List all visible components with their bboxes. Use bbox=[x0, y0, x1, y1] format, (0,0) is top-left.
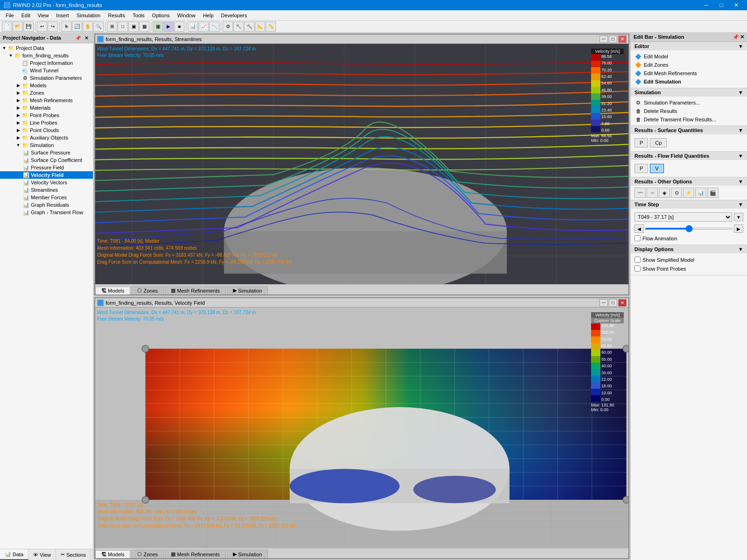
vp1-tab-models[interactable]: 🏗 Models bbox=[95, 287, 130, 294]
toolbar-extra5[interactable]: 📏 bbox=[266, 21, 276, 32]
vp2-tab-models[interactable]: 🏗 Models bbox=[95, 550, 130, 558]
timestep-prev-btn[interactable]: ◀ bbox=[634, 224, 644, 233]
vp1-tab-meshrefs[interactable]: ▦ Mesh Refinements bbox=[165, 286, 226, 294]
tab-data[interactable]: 📊 Data bbox=[0, 549, 28, 560]
menu-help[interactable]: Help bbox=[199, 12, 218, 19]
other-icon-2[interactable]: → bbox=[647, 188, 658, 198]
toolbar-select[interactable]: 🖱 bbox=[61, 21, 71, 32]
vp2-maximize[interactable]: □ bbox=[609, 299, 617, 307]
toolbar-results1[interactable]: 📊 bbox=[188, 21, 198, 32]
menu-developers[interactable]: Developers bbox=[217, 12, 251, 19]
show-simplified-checkbox[interactable] bbox=[634, 257, 641, 263]
timestep-dropdown-btn[interactable]: ▼ bbox=[734, 213, 743, 221]
rp-close-icon[interactable]: ✕ bbox=[740, 34, 744, 40]
rp-edit-zones[interactable]: 🔶 Edit Zones bbox=[634, 61, 743, 69]
rp-edit-model[interactable]: 🔷 Edit Model bbox=[634, 52, 743, 61]
tree-toggle-lp[interactable]: ▶ bbox=[15, 120, 21, 125]
menu-view[interactable]: View bbox=[34, 12, 53, 19]
surface-cp-button[interactable]: Cp bbox=[650, 138, 667, 147]
toolbar-extra2[interactable]: 🔧 bbox=[233, 21, 244, 32]
maximize-button[interactable]: □ bbox=[714, 0, 728, 10]
menu-options[interactable]: Options bbox=[148, 12, 174, 19]
tree-item-graphtrans[interactable]: 📊 Graph - Transient Flow bbox=[0, 209, 93, 216]
other-icon-5[interactable]: ⚡ bbox=[683, 188, 694, 198]
close-button[interactable]: ✕ bbox=[729, 0, 743, 10]
tree-item-pointprobes[interactable]: ▶ 📁 Point Probes bbox=[0, 112, 93, 119]
vp2-tab-meshrefs[interactable]: ▦ Mesh Refinements bbox=[165, 550, 226, 558]
toolbar-save[interactable]: 💾 bbox=[23, 21, 34, 32]
surface-p-button[interactable]: P bbox=[634, 138, 648, 147]
vp1-maximize[interactable]: □ bbox=[609, 35, 617, 43]
tree-item-zones[interactable]: ▶ 📁 Zones bbox=[0, 89, 93, 97]
rp-edit-mesh[interactable]: 🔷 Edit Mesh Refinements bbox=[634, 69, 743, 77]
vp2-close[interactable]: ✕ bbox=[618, 299, 627, 307]
flowfield-v-button[interactable]: V bbox=[650, 164, 663, 173]
toolbar-new[interactable]: 📄 bbox=[2, 21, 12, 32]
timestep-select[interactable]: T049 - 37.17 [s] bbox=[634, 212, 732, 222]
toolbar-view3[interactable]: ▦ bbox=[139, 21, 149, 32]
toolbar-rotate[interactable]: 🔄 bbox=[72, 21, 82, 32]
toolbar-zoom[interactable]: 🔍 bbox=[93, 21, 104, 32]
tree-item-velfield[interactable]: 📊 Velocity Field bbox=[0, 171, 93, 179]
menu-simulation[interactable]: Simulation bbox=[73, 12, 104, 19]
toolbar-extra3[interactable]: 🔨 bbox=[244, 21, 254, 32]
toolbar-run[interactable]: ▶ bbox=[163, 21, 174, 32]
menu-tools[interactable]: Tools bbox=[129, 12, 148, 19]
panel-close-icon[interactable]: ✕ bbox=[83, 34, 90, 42]
tree-item-materials[interactable]: ▶ 📁 Materials bbox=[0, 104, 93, 112]
rp-flowfield-header[interactable]: Results - Flow Field Quantities ▼ bbox=[631, 152, 747, 160]
other-icon-3[interactable]: ◈ bbox=[659, 188, 670, 198]
rp-surface-header[interactable]: Results - Surface Quantities ▼ bbox=[631, 126, 747, 134]
tab-view[interactable]: 👁 View bbox=[28, 549, 56, 560]
tree-item-simparam[interactable]: ⚙ Simulation Parameters bbox=[0, 74, 93, 82]
menu-window[interactable]: Window bbox=[174, 12, 199, 19]
toolbar-extra4[interactable]: 📐 bbox=[255, 21, 265, 32]
tree-item-sim[interactable]: ▼ 📁 Simulation bbox=[0, 141, 93, 149]
toolbar-extra1[interactable]: ⚙ bbox=[223, 21, 233, 32]
rp-sim-params[interactable]: ⚙ Simulation Parameters... bbox=[634, 98, 743, 107]
vp2-minimize[interactable]: ─ bbox=[599, 299, 608, 307]
tree-item-projinfo[interactable]: 📋 Project Information bbox=[0, 59, 93, 67]
tree-item-graphresid[interactable]: 📊 Graph Residuals bbox=[0, 201, 93, 209]
rp-sim-header[interactable]: Simulation ▼ bbox=[631, 88, 747, 97]
menu-insert[interactable]: Insert bbox=[52, 12, 73, 19]
other-icon-4[interactable]: ⊙ bbox=[671, 188, 682, 198]
tree-item-auxobj[interactable]: ▶ 📁 Auxiliary Objects bbox=[0, 134, 93, 141]
toolbar-results3[interactable]: 📉 bbox=[209, 21, 219, 32]
rp-delete-transient[interactable]: 🗑 Delete Transient Flow Results... bbox=[634, 115, 743, 124]
minimize-button[interactable]: ─ bbox=[699, 0, 713, 10]
timestep-slider[interactable] bbox=[645, 228, 733, 230]
tree-root[interactable]: ▼ 📁 Project Data bbox=[0, 44, 93, 52]
tree-item-windtunnel[interactable]: 💨 Wind Tunnel bbox=[0, 67, 93, 74]
toolbar-mesh[interactable]: ▦ bbox=[153, 21, 163, 32]
flowfield-p-button[interactable]: P bbox=[634, 164, 648, 173]
tree-item-streamlines[interactable]: 📊 Streamlines bbox=[0, 186, 93, 194]
panel-pin-icon[interactable]: 📌 bbox=[74, 34, 82, 42]
tree-toggle-models[interactable]: ▶ bbox=[15, 83, 21, 88]
vp1-minimize[interactable]: ─ bbox=[599, 35, 608, 43]
vp2-tab-sim[interactable]: ▶ Simulation bbox=[227, 550, 268, 558]
toolbar-results2[interactable]: 📈 bbox=[198, 21, 209, 32]
tree-item-surfcp[interactable]: 📊 Surface Cp Coefficient bbox=[0, 156, 93, 164]
menu-edit[interactable]: Edit bbox=[18, 12, 34, 19]
menu-results[interactable]: Results bbox=[104, 12, 129, 19]
tree-item-presfield[interactable]: 📊 Pressure Field bbox=[0, 164, 93, 171]
tree-item-ffr[interactable]: ▼ 📁 form_finding_results bbox=[0, 52, 93, 59]
rp-displayopts-header[interactable]: Display Options ▼ bbox=[631, 245, 747, 253]
rp-editor-header[interactable]: Editor ▼ bbox=[631, 42, 747, 50]
tree-toggle-ao[interactable]: ▶ bbox=[15, 135, 21, 140]
tree-toggle-mat[interactable]: ▶ bbox=[15, 105, 21, 110]
tree-toggle-zones[interactable]: ▶ bbox=[15, 91, 21, 95]
other-icon-6[interactable]: 📊 bbox=[695, 188, 706, 198]
show-point-probes-checkbox[interactable] bbox=[634, 266, 641, 272]
tree-item-meshrefs[interactable]: ▶ 📁 Mesh Refinements bbox=[0, 97, 93, 104]
tree-item-surfpres[interactable]: 📊 Surface Pressure bbox=[0, 149, 93, 156]
toolbar-fit[interactable]: ⊞ bbox=[107, 21, 117, 32]
vp2-tab-zones[interactable]: ⬡ Zones bbox=[131, 550, 164, 558]
rp-edit-sim[interactable]: 🔷 Edit Simulation bbox=[634, 77, 743, 86]
toolbar-open[interactable]: 📂 bbox=[13, 21, 23, 32]
tree-item-models[interactable]: ▶ 📁 Models bbox=[0, 82, 93, 89]
rp-otheropts-header[interactable]: Results - Other Options ▼ bbox=[631, 177, 747, 186]
tree-toggle-sim[interactable]: ▼ bbox=[15, 143, 21, 147]
tree-toggle-pc[interactable]: ▶ bbox=[15, 128, 21, 133]
